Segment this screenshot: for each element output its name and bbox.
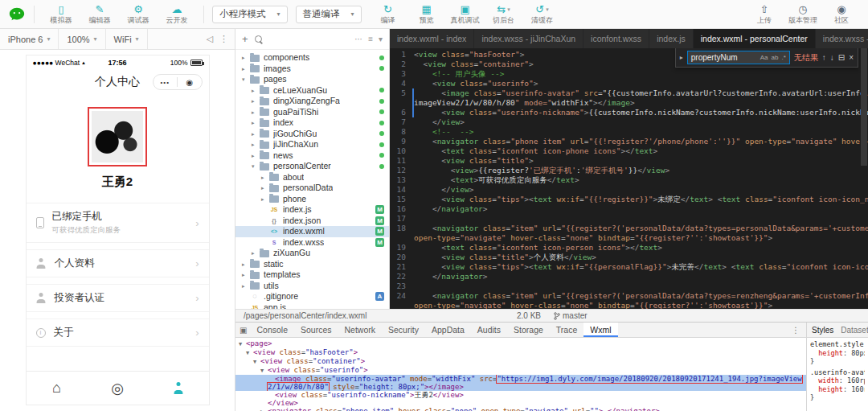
folder-jiJinChaXun[interactable]: ▸jiJinChaXun [235, 139, 389, 150]
collapsed-arrow-icon[interactable]: ▸ [252, 96, 260, 107]
git-branch[interactable]: master [554, 311, 588, 320]
toolbar-debugger-button[interactable]: ⚙调试器 [120, 4, 157, 25]
folder-jiGouChiGu[interactable]: ▸jiGouChiGu [235, 129, 389, 140]
folder-about[interactable]: ▸about [235, 172, 389, 183]
collapsed-arrow-icon[interactable]: ▸ [252, 139, 260, 150]
styles-tab-dataset[interactable]: Dataset [841, 326, 868, 335]
devtools-tab-appdata[interactable]: AppData [425, 323, 471, 337]
expanded-arrow-icon[interactable]: ▾ [252, 161, 260, 172]
wxml-node[interactable]: ▼<page> [235, 339, 806, 348]
mode-select[interactable]: 小程序模式 ▾ [212, 6, 288, 23]
editor-tab[interactable]: index.wxss - persona [816, 29, 868, 48]
wxml-node[interactable]: <image class="userinfo-avatar" mode="wid… [235, 375, 806, 391]
menu-item-about[interactable]: 关于› [27, 319, 209, 347]
file-index.wxml[interactable]: <>index.wxmlM [235, 226, 389, 237]
toolbar-clear-cache-button[interactable]: ↺▾清缓存 [524, 4, 561, 25]
more-actions-icon[interactable]: ••• [154, 79, 178, 86]
editor-tab[interactable]: index.wxss - jiJinChaXun [474, 29, 583, 48]
wxml-node[interactable]: <view class="userinfo-nickname">王勇2</vie… [235, 391, 806, 399]
folder-utils[interactable]: ▸utils [235, 281, 389, 292]
regex-icon[interactable]: .* [781, 54, 785, 61]
simulator-menu-icon[interactable]: ⋮ [219, 34, 228, 44]
toolbar-cloud-dev-button[interactable]: ☁云开发 [158, 4, 195, 25]
editor-tab[interactable]: index.js [649, 29, 694, 48]
devtools-tab-console[interactable]: Console [250, 323, 294, 337]
search-collapse-icon[interactable]: ▸ [680, 54, 683, 61]
menu-item-profile[interactable]: 个人资料› [27, 249, 209, 277]
devtools-tab-storage[interactable]: Storage [507, 323, 550, 337]
collapsed-arrow-icon[interactable]: ▸ [252, 85, 260, 97]
file-.gitignore[interactable]: ◌.gitignoreA [235, 291, 389, 302]
devtools-tab-security[interactable]: Security [382, 323, 425, 337]
close-search-icon[interactable]: × [849, 53, 854, 62]
find-in-selection-icon[interactable]: ⊟ [838, 53, 845, 62]
inspect-element-icon[interactable]: ▣ [240, 326, 247, 335]
collapsed-arrow-icon[interactable]: ▸ [242, 52, 250, 64]
tab-home[interactable]: ⌂ [27, 380, 88, 397]
toolbar-editor-button[interactable]: ✎编辑器 [81, 4, 118, 25]
devtools-menu-icon[interactable]: ⋮ [792, 325, 807, 335]
collapsed-arrow-icon[interactable]: ▸ [252, 248, 260, 259]
toolbar-simulator-button[interactable]: ▯模拟器 [43, 4, 80, 25]
menu-item-phone[interactable]: 已绑定手机可获得优质定向服务› [27, 203, 209, 243]
collapsed-arrow-icon[interactable]: ▸ [261, 183, 269, 194]
more-icon[interactable]: ⋯ [354, 35, 362, 43]
zoom-select[interactable]: 100% ▾ [59, 29, 105, 49]
collapsed-arrow-icon[interactable]: ▸ [261, 194, 269, 205]
collapse-tree-icon[interactable]: ▾ [379, 35, 383, 43]
search-icon[interactable] [255, 35, 263, 43]
collapsed-arrow-icon[interactable]: ▸ [242, 269, 250, 281]
expanded-arrow-icon[interactable]: ▼ [239, 340, 246, 348]
folder-phone[interactable]: ▸phone [235, 194, 389, 205]
next-match-icon[interactable]: ↓ [830, 53, 834, 62]
styles-tab-styles[interactable]: Styles [812, 326, 833, 335]
toolbar-version-manage-button[interactable]: ◷版本管理 [784, 4, 821, 25]
add-file-icon[interactable]: + [242, 33, 248, 45]
collapsed-arrow-icon[interactable]: ▸ [242, 281, 250, 292]
network-select[interactable]: WiFi ▾ [106, 29, 148, 49]
folder-personalData[interactable]: ▸personalData [235, 183, 389, 194]
folder-templates[interactable]: ▸templates [235, 269, 389, 281]
wxml-node[interactable]: ▼<view class="container"> [235, 357, 806, 366]
expanded-arrow-icon[interactable]: ▾ [242, 74, 250, 85]
file-app.js[interactable]: JSapp.js [235, 302, 389, 310]
wxml-node[interactable]: </view> [235, 399, 806, 407]
file-index.wxss[interactable]: Sindex.wxssM [235, 237, 389, 249]
toolbar-preview-button[interactable]: ▦预览 [408, 4, 445, 25]
collapsed-arrow-icon[interactable]: ▸ [242, 64, 250, 75]
tab-profile[interactable] [148, 382, 209, 394]
folder-ceLueXuanGu[interactable]: ▸ceLueXuanGu [235, 85, 389, 97]
file-index.js[interactable]: JSindex.jsM [235, 204, 389, 216]
folder-personalCenter[interactable]: ▾personalCenter [235, 161, 389, 172]
collapsed-arrow-icon[interactable]: ▶ [260, 408, 268, 411]
menu-item-investor-cert[interactable]: 投资者认证› [27, 284, 209, 312]
devtools-tab-audits[interactable]: Audits [471, 323, 507, 337]
wxml-node[interactable]: ▼<view class="hasFooter"> [235, 348, 806, 357]
toolbar-compile-button[interactable]: ↻编译 [370, 4, 407, 25]
expanded-arrow-icon[interactable]: ▼ [253, 358, 260, 366]
tab-discover[interactable]: ◎ [87, 380, 148, 397]
devtools-tab-wxml[interactable]: Wxml [583, 323, 617, 337]
folder-ziXuanGu[interactable]: ▸ziXuanGu [235, 248, 389, 259]
editor-tab[interactable]: index.wxml - personalCenter [694, 29, 816, 48]
file-index.json[interactable]: {}index.jsonM [235, 216, 389, 227]
list-view-icon[interactable]: ≡ [368, 35, 373, 43]
collapse-simulator-icon[interactable]: ◁ [207, 34, 213, 44]
collapsed-arrow-icon[interactable]: ▸ [252, 129, 260, 140]
devtools-tab-trace[interactable]: Trace [550, 323, 583, 337]
editor-scrollbar[interactable] [860, 48, 868, 309]
devtools-tab-network[interactable]: Network [338, 323, 383, 337]
folder-static[interactable]: ▸static [235, 259, 389, 270]
collapsed-arrow-icon[interactable]: ▸ [252, 107, 260, 118]
toolbar-real-device-debug-button[interactable]: ▣真机调试 [447, 4, 484, 25]
expanded-arrow-icon[interactable]: ▼ [260, 367, 268, 375]
collapsed-arrow-icon[interactable]: ▸ [252, 117, 260, 129]
devtools-tab-sources[interactable]: Sources [294, 323, 338, 337]
folder-pages[interactable]: ▾pages [235, 74, 389, 85]
folder-guaPaiTiShi[interactable]: ▸guaPaiTiShi [235, 107, 389, 118]
scrollbar-thumb[interactable] [861, 48, 867, 166]
whole-word-icon[interactable]: ab [772, 54, 779, 61]
collapsed-arrow-icon[interactable]: ▸ [252, 150, 260, 162]
code-area[interactable]: 1<view class="hasFooter">2 <view class="… [390, 48, 868, 309]
compile-mode-select[interactable]: 普通编译 ▾ [296, 6, 362, 23]
